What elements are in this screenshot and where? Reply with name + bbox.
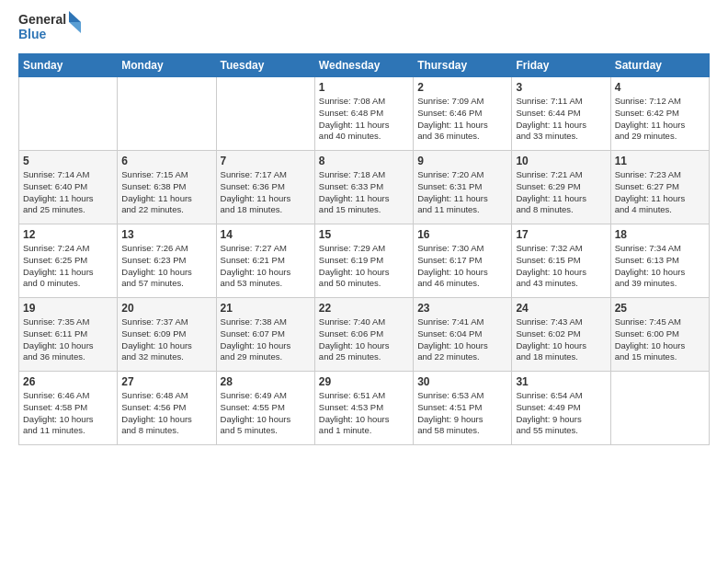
- calendar-cell: 11Sunrise: 7:23 AM Sunset: 6:27 PM Dayli…: [610, 151, 709, 224]
- day-info: Sunrise: 7:38 AM Sunset: 6:07 PM Dayligh…: [221, 316, 311, 363]
- day-info: Sunrise: 7:45 AM Sunset: 6:00 PM Dayligh…: [615, 316, 705, 363]
- svg-text:Blue: Blue: [18, 27, 47, 41]
- day-number: 29: [319, 375, 409, 388]
- day-info: Sunrise: 6:51 AM Sunset: 4:53 PM Dayligh…: [319, 390, 409, 437]
- calendar-cell: [118, 77, 216, 151]
- day-number: 13: [121, 228, 211, 241]
- calendar-cell: [610, 372, 709, 445]
- calendar-week-4: 19Sunrise: 7:35 AM Sunset: 6:11 PM Dayli…: [19, 298, 710, 372]
- day-number: 19: [23, 302, 113, 315]
- calendar-table: SundayMondayTuesdayWednesdayThursdayFrid…: [18, 53, 710, 445]
- calendar-cell: 30Sunrise: 6:53 AM Sunset: 4:51 PM Dayli…: [414, 372, 512, 445]
- calendar-cell: 15Sunrise: 7:29 AM Sunset: 6:19 PM Dayli…: [314, 224, 413, 298]
- calendar-cell: 14Sunrise: 7:27 AM Sunset: 6:21 PM Dayli…: [216, 224, 314, 298]
- day-info: Sunrise: 7:15 AM Sunset: 6:38 PM Dayligh…: [121, 169, 211, 216]
- day-number: 27: [121, 375, 211, 388]
- day-number: 11: [615, 155, 705, 167]
- day-info: Sunrise: 7:30 AM Sunset: 6:17 PM Dayligh…: [417, 243, 507, 290]
- day-number: 30: [417, 375, 507, 388]
- calendar-cell: 26Sunrise: 6:46 AM Sunset: 4:58 PM Dayli…: [19, 372, 118, 445]
- day-info: Sunrise: 6:49 AM Sunset: 4:55 PM Dayligh…: [221, 390, 311, 437]
- calendar-cell: 4Sunrise: 7:12 AM Sunset: 6:42 PM Daylig…: [610, 77, 709, 151]
- logo-svg: GeneralBlue: [18, 9, 83, 46]
- day-number: 18: [615, 228, 705, 241]
- svg-text:General: General: [18, 12, 66, 27]
- calendar-cell: 8Sunrise: 7:18 AM Sunset: 6:33 PM Daylig…: [314, 151, 413, 224]
- calendar-cell: 9Sunrise: 7:20 AM Sunset: 6:31 PM Daylig…: [414, 151, 512, 224]
- day-info: Sunrise: 6:53 AM Sunset: 4:51 PM Dayligh…: [417, 390, 507, 437]
- calendar-cell: 20Sunrise: 7:37 AM Sunset: 6:09 PM Dayli…: [118, 298, 216, 372]
- weekday-header-friday: Friday: [512, 54, 610, 77]
- day-info: Sunrise: 7:20 AM Sunset: 6:31 PM Dayligh…: [417, 169, 507, 216]
- day-number: 24: [516, 302, 606, 315]
- weekday-header-monday: Monday: [118, 54, 216, 77]
- calendar-cell: 1Sunrise: 7:08 AM Sunset: 6:48 PM Daylig…: [314, 77, 413, 151]
- calendar-cell: [19, 77, 118, 151]
- day-info: Sunrise: 7:29 AM Sunset: 6:19 PM Dayligh…: [319, 243, 409, 290]
- day-info: Sunrise: 7:09 AM Sunset: 6:46 PM Dayligh…: [417, 96, 507, 143]
- day-number: 10: [516, 155, 606, 167]
- calendar-cell: [216, 77, 314, 151]
- day-number: 12: [23, 228, 113, 241]
- calendar-cell: 18Sunrise: 7:34 AM Sunset: 6:13 PM Dayli…: [610, 224, 709, 298]
- calendar-cell: 31Sunrise: 6:54 AM Sunset: 4:49 PM Dayli…: [512, 372, 610, 445]
- weekday-header-thursday: Thursday: [414, 54, 512, 77]
- calendar-cell: 3Sunrise: 7:11 AM Sunset: 6:44 PM Daylig…: [512, 77, 610, 151]
- calendar-cell: 10Sunrise: 7:21 AM Sunset: 6:29 PM Dayli…: [512, 151, 610, 224]
- calendar-cell: 17Sunrise: 7:32 AM Sunset: 6:15 PM Dayli…: [512, 224, 610, 298]
- day-info: Sunrise: 7:43 AM Sunset: 6:02 PM Dayligh…: [516, 316, 606, 363]
- day-number: 21: [221, 302, 311, 315]
- svg-marker-1: [69, 22, 81, 33]
- logo: GeneralBlue: [18, 9, 83, 46]
- calendar-cell: 24Sunrise: 7:43 AM Sunset: 6:02 PM Dayli…: [512, 298, 610, 372]
- page-header: GeneralBlue: [18, 9, 710, 46]
- day-number: 5: [23, 155, 113, 167]
- calendar-cell: 5Sunrise: 7:14 AM Sunset: 6:40 PM Daylig…: [19, 151, 118, 224]
- weekday-header-saturday: Saturday: [610, 54, 709, 77]
- weekday-header-sunday: Sunday: [19, 54, 118, 77]
- day-number: 26: [23, 375, 113, 388]
- calendar-week-5: 26Sunrise: 6:46 AM Sunset: 4:58 PM Dayli…: [19, 372, 710, 445]
- day-info: Sunrise: 7:08 AM Sunset: 6:48 PM Dayligh…: [319, 96, 409, 143]
- calendar-cell: 21Sunrise: 7:38 AM Sunset: 6:07 PM Dayli…: [216, 298, 314, 372]
- day-number: 7: [221, 155, 311, 167]
- day-info: Sunrise: 7:21 AM Sunset: 6:29 PM Dayligh…: [516, 169, 606, 216]
- day-number: 6: [121, 155, 211, 167]
- day-info: Sunrise: 7:37 AM Sunset: 6:09 PM Dayligh…: [121, 316, 211, 363]
- day-number: 28: [221, 375, 311, 388]
- day-number: 4: [615, 81, 705, 94]
- calendar-week-3: 12Sunrise: 7:24 AM Sunset: 6:25 PM Dayli…: [19, 224, 710, 298]
- day-info: Sunrise: 7:18 AM Sunset: 6:33 PM Dayligh…: [319, 169, 409, 216]
- day-info: Sunrise: 7:27 AM Sunset: 6:21 PM Dayligh…: [221, 243, 311, 290]
- day-info: Sunrise: 7:14 AM Sunset: 6:40 PM Dayligh…: [23, 169, 113, 216]
- day-info: Sunrise: 7:17 AM Sunset: 6:36 PM Dayligh…: [221, 169, 311, 216]
- day-number: 16: [417, 228, 507, 241]
- day-info: Sunrise: 7:32 AM Sunset: 6:15 PM Dayligh…: [516, 243, 606, 290]
- day-number: 23: [417, 302, 507, 315]
- day-number: 15: [319, 228, 409, 241]
- calendar-cell: 23Sunrise: 7:41 AM Sunset: 6:04 PM Dayli…: [414, 298, 512, 372]
- day-info: Sunrise: 7:41 AM Sunset: 6:04 PM Dayligh…: [417, 316, 507, 363]
- weekday-header-row: SundayMondayTuesdayWednesdayThursdayFrid…: [19, 54, 710, 77]
- day-number: 3: [516, 81, 606, 94]
- day-number: 1: [319, 81, 409, 94]
- calendar-cell: 25Sunrise: 7:45 AM Sunset: 6:00 PM Dayli…: [610, 298, 709, 372]
- calendar-cell: 19Sunrise: 7:35 AM Sunset: 6:11 PM Dayli…: [19, 298, 118, 372]
- day-number: 8: [319, 155, 409, 167]
- calendar-cell: 29Sunrise: 6:51 AM Sunset: 4:53 PM Dayli…: [314, 372, 413, 445]
- calendar-cell: 2Sunrise: 7:09 AM Sunset: 6:46 PM Daylig…: [414, 77, 512, 151]
- calendar-cell: 7Sunrise: 7:17 AM Sunset: 6:36 PM Daylig…: [216, 151, 314, 224]
- calendar-week-1: 1Sunrise: 7:08 AM Sunset: 6:48 PM Daylig…: [19, 77, 710, 151]
- day-info: Sunrise: 7:23 AM Sunset: 6:27 PM Dayligh…: [615, 169, 705, 216]
- day-info: Sunrise: 7:11 AM Sunset: 6:44 PM Dayligh…: [516, 96, 606, 143]
- day-number: 14: [221, 228, 311, 241]
- day-info: Sunrise: 7:40 AM Sunset: 6:06 PM Dayligh…: [319, 316, 409, 363]
- day-info: Sunrise: 7:34 AM Sunset: 6:13 PM Dayligh…: [615, 243, 705, 290]
- day-number: 17: [516, 228, 606, 241]
- calendar-cell: 6Sunrise: 7:15 AM Sunset: 6:38 PM Daylig…: [118, 151, 216, 224]
- day-info: Sunrise: 6:54 AM Sunset: 4:49 PM Dayligh…: [516, 390, 606, 437]
- day-info: Sunrise: 7:24 AM Sunset: 6:25 PM Dayligh…: [23, 243, 113, 290]
- day-info: Sunrise: 7:12 AM Sunset: 6:42 PM Dayligh…: [615, 96, 705, 143]
- day-info: Sunrise: 7:35 AM Sunset: 6:11 PM Dayligh…: [23, 316, 113, 363]
- calendar-week-2: 5Sunrise: 7:14 AM Sunset: 6:40 PM Daylig…: [19, 151, 710, 224]
